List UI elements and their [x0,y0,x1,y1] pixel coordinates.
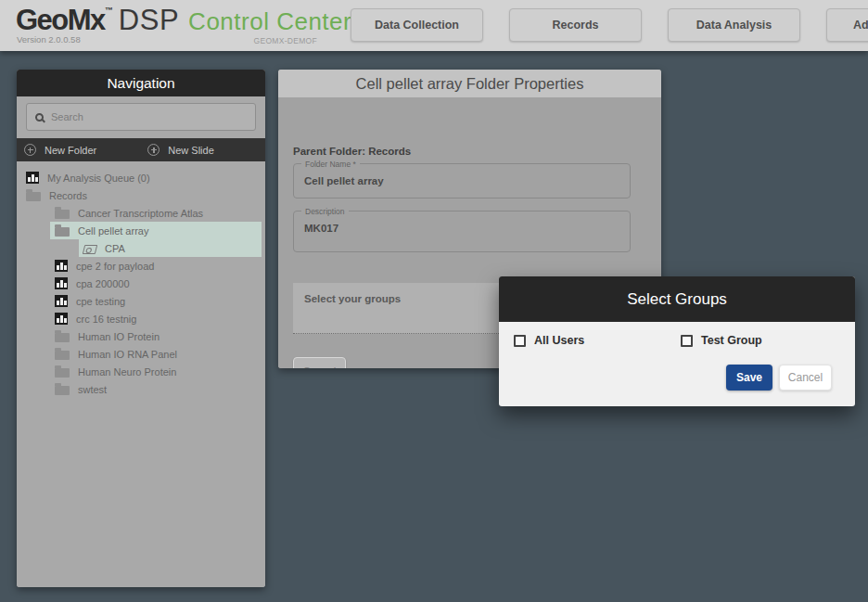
tree-item-icon [55,333,70,342]
search-box[interactable] [26,103,256,131]
tree-item-icon [55,227,70,237]
tree-item-icon [55,210,70,219]
search-input[interactable] [51,111,247,122]
tree-item-label: CPA [105,243,125,254]
group-checkbox-item[interactable]: All Users [514,334,681,347]
description-field-label: Description [301,207,349,216]
tree-item-icon [55,351,70,360]
version-label: Version 2.0.0.58 [17,34,81,45]
top-nav-button[interactable]: Data Analysis [668,8,800,42]
new-folder-label: New Folder [45,145,96,156]
tree-item[interactable]: crc 16 testnig [50,310,262,327]
logo-suite: Control Center [188,7,351,35]
tree-item-icon [55,295,68,307]
logo-product: DSP [119,4,179,36]
tree-item-label: cpe 2 for payload [76,261,154,272]
description-field[interactable]: Description MK017 [293,211,631,252]
search-icon [35,113,44,122]
select-groups-modal-title: Select Groups [499,276,855,322]
tree-item[interactable]: Records [21,186,262,204]
top-nav-button[interactable]: Data Collection [351,8,483,42]
navigation-panel: Navigation New Folder New Slide My Analy… [17,70,265,587]
app-logo: GeoMx™DSPControl Center [16,4,351,37]
group-checkbox-list: All Users Test Group [514,334,848,347]
plus-circle-icon [24,144,36,156]
top-nav: Data Collection Records Data Analysis Ad [351,8,868,42]
modal-cancel-button[interactable]: Cancel [779,365,832,391]
instrument-label: GEOMX-DEMOF [232,36,317,45]
properties-cancel-button[interactable]: Cancel [293,357,346,368]
tree-item[interactable]: Cancer Transcriptome Atlas [50,204,262,222]
save-button[interactable]: Save [726,365,772,391]
logo-trademark: ™ [105,6,113,15]
plus-circle-icon [147,144,160,156]
new-slide-button[interactable]: New Slide [147,144,214,156]
group-checkbox-item[interactable]: Test Group [681,334,848,347]
app-header: GeoMx™DSPControl Center Version 2.0.0.58… [0,0,868,51]
tree-item[interactable]: swtest [50,380,262,398]
tree-item-icon [55,386,70,395]
tree-item[interactable]: My Analysis Queue (0) [21,169,262,186]
tree-item-label: Cancer Transcriptome Atlas [78,208,203,219]
group-checkbox-label: Test Group [701,334,762,347]
select-groups-modal: Select Groups All Users Test Group Save … [499,276,855,406]
top-nav-button[interactable]: Records [509,8,642,42]
tree-item-icon [83,245,97,254]
checkbox-icon[interactable] [514,335,526,347]
tree-item[interactable]: cpe 2 for payload [50,257,262,275]
tree-item-label: Human IO Protein [78,331,160,342]
search-section [17,96,265,138]
select-groups-modal-body: All Users Test Group Save Cancel [499,322,855,406]
tree-item[interactable]: CPA [79,239,262,257]
modal-button-row: Save Cancel [726,365,832,391]
folder-name-field-label: Folder Name * [301,160,360,169]
tree-item[interactable]: Cell pellet array [50,222,262,239]
tree-item-icon [55,260,68,272]
new-slide-label: New Slide [168,145,214,156]
new-item-bar: New Folder New Slide [17,138,265,161]
folder-tree: My Analysis Queue (0) Records Cancer Tra… [17,161,265,587]
tree-item-label: cpa 200000 [76,278,130,289]
tree-item[interactable]: Human Neuro Protein [50,363,262,380]
tree-item[interactable]: Human IO RNA Panel [50,345,262,363]
tree-item-label: Cell pellet array [78,225,148,237]
tree-item-icon [55,277,68,289]
checkbox-icon[interactable] [681,335,693,347]
tree-item-label: crc 16 testnig [76,314,136,325]
parent-folder-label: Parent Folder: Records [293,146,411,157]
tree-item-label: swtest [78,384,107,395]
tree-item-label: My Analysis Queue (0) [47,173,150,184]
top-nav-button[interactable]: Ad [826,8,868,42]
tree-item-label: Human IO RNA Panel [78,349,177,360]
tree-item[interactable]: cpe testing [50,292,262,310]
tree-item-label: cpe testing [76,296,125,307]
tree-item[interactable]: Human IO Protein [50,327,262,345]
logo-brand: GeoMx [16,4,105,36]
tree-item-icon [26,192,41,201]
new-folder-button[interactable]: New Folder [24,144,96,156]
tree-item-label: Human Neuro Protein [78,366,176,378]
tree-item-icon [55,368,70,378]
tree-item-icon [26,172,39,184]
navigation-panel-title: Navigation [17,70,265,96]
groups-select-placeholder: Select your groups [304,293,401,304]
tree-item-icon [55,313,68,325]
tree-item[interactable]: cpa 200000 [50,275,262,292]
folder-properties-title: Cell pellet array Folder Properties [278,70,661,97]
folder-name-field[interactable]: Folder Name * Cell pellet array [293,163,631,199]
tree-item-label: Records [49,190,87,201]
group-checkbox-label: All Users [534,334,584,347]
